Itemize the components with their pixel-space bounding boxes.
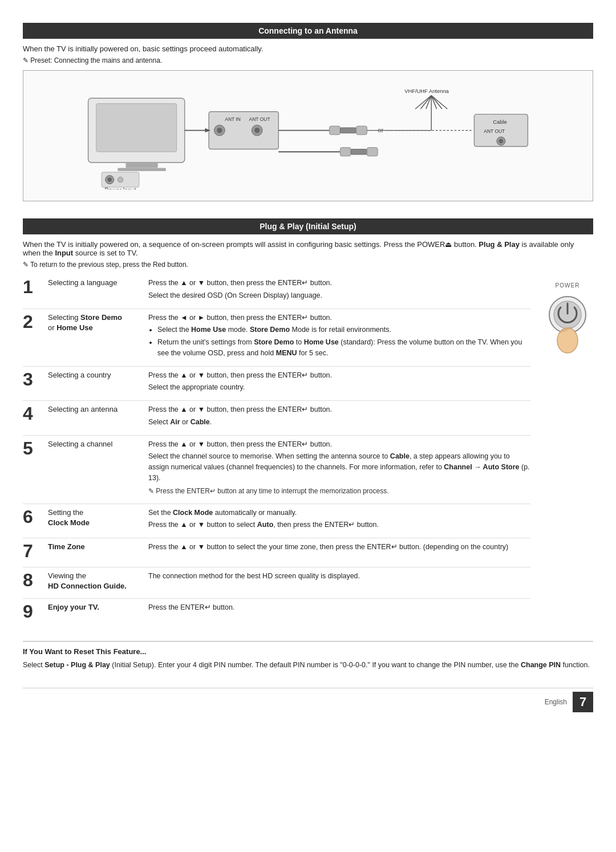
step-desc-8: The connection method for the best HD sc…: [148, 570, 530, 583]
step-name-6: Setting theClock Mode: [46, 506, 148, 529]
antenna-header: Connecting to an Antenna: [23, 23, 593, 39]
step-name-8: Viewing theHD Connection Guide.: [46, 570, 148, 593]
svg-text:Cable: Cable: [493, 119, 507, 125]
step-row-6: 6 Setting theClock Mode Set the Clock Mo…: [23, 506, 530, 533]
step-row-9: 9 Enjoy your TV. Press the ENTER↵ button…: [23, 601, 530, 622]
step-row-3: 3 Selecting a country Press the ▲ or ▼ b…: [23, 369, 530, 395]
step-name-4: Selecting an antenna: [46, 403, 148, 416]
svg-point-6: [107, 177, 112, 182]
svg-point-46: [557, 328, 578, 353]
svg-text:Power Input: Power Input: [104, 187, 136, 189]
svg-rect-19: [330, 126, 341, 135]
svg-rect-21: [356, 126, 367, 135]
step-num-5: 5: [23, 438, 46, 457]
page-container: 01 Getting Started Connecting to an Ante…: [23, 0, 593, 735]
step-desc-7: Press the ▲ or ▼ button to select the yo…: [148, 541, 530, 554]
antenna-intro: When the TV is initially powered on, bas…: [23, 44, 593, 53]
svg-text:ANT OUT: ANT OUT: [484, 128, 505, 134]
antenna-diagram: Power Input ANT IN ANT OUT: [23, 70, 593, 201]
step-row-7: 7 Time Zone Press the ▲ or ▼ button to s…: [23, 541, 530, 561]
steps-table: 1 Selecting a language Press the ▲ or ▼ …: [23, 277, 530, 627]
reset-section: If You Want to Reset This Feature... Sel…: [23, 641, 593, 671]
step-num-4: 4: [23, 403, 46, 423]
step-name-2: Selecting Store Demoor Home Use: [46, 311, 148, 334]
svg-rect-1: [96, 104, 177, 152]
step-desc-1: Press the ▲ or ▼ button, then press the …: [148, 277, 530, 303]
step-name-5: Selecting a channel: [46, 438, 148, 451]
power-label: POWER: [556, 282, 580, 289]
step-row-5: 5 Selecting a channel Press the ▲ or ▼ b…: [23, 438, 530, 498]
svg-text:ANT OUT: ANT OUT: [249, 116, 270, 122]
step-desc-5: Press the ▲ or ▼ button, then press the …: [148, 438, 530, 498]
antenna-diagram-svg: Power Input ANT IN ANT OUT: [35, 82, 581, 189]
svg-rect-25: [351, 149, 367, 155]
plug-note: ✎ To return to the previous step, press …: [23, 261, 593, 269]
power-button-svg: [545, 292, 590, 355]
step-num-7: 7: [23, 541, 46, 560]
svg-point-15: [254, 128, 260, 133]
step-name-7: Time Zone: [46, 541, 148, 553]
svg-text:ANT IN: ANT IN: [225, 116, 241, 122]
step-name-1: Selecting a language: [46, 277, 148, 289]
step-num-9: 9: [23, 601, 46, 620]
step-row-1: 1 Selecting a language Press the ▲ or ▼ …: [23, 277, 530, 303]
svg-point-42: [499, 139, 504, 144]
svg-line-33: [431, 96, 442, 109]
reset-title: If You Want to Reset This Feature...: [23, 647, 593, 656]
step-name-9: Enjoy your TV.: [46, 601, 148, 614]
footer-language: English: [545, 698, 567, 706]
step-desc-3: Press the ▲ or ▼ button, then press the …: [148, 369, 530, 395]
step-desc-9: Press the ENTER↵ button.: [148, 601, 530, 615]
steps-container: 1 Selecting a language Press the ▲ or ▼ …: [23, 277, 593, 627]
step-num-2: 2: [23, 311, 46, 331]
step-row-2: 2 Selecting Store Demoor Home Use Press …: [23, 311, 530, 360]
antenna-section: Connecting to an Antenna When the TV is …: [23, 23, 593, 201]
plug-header: Plug & Play (Initial Setup): [23, 218, 593, 234]
step-num-3: 3: [23, 369, 46, 388]
power-area: POWER: [542, 277, 593, 627]
svg-rect-2: [125, 163, 157, 168]
step-row-4: 4 Selecting an antenna Press the ▲ or ▼ …: [23, 403, 530, 429]
step-num-8: 8: [23, 570, 46, 589]
step-row-8: 8 Viewing theHD Connection Guide. The co…: [23, 570, 530, 593]
svg-point-13: [217, 128, 222, 133]
antenna-note: ✎ Preset: Connecting the mains and anten…: [23, 56, 593, 64]
footer-page-number: 7: [573, 692, 593, 712]
step-name-3: Selecting a country: [46, 369, 148, 382]
step-desc-2: Press the ◄ or ► button, then press the …: [148, 311, 530, 360]
page-footer: English 7: [23, 688, 593, 712]
plug-intro: When the TV is initially powered on, a s…: [23, 240, 593, 257]
svg-rect-3: [117, 168, 166, 171]
svg-rect-20: [340, 128, 356, 133]
step-num-6: 6: [23, 506, 46, 526]
svg-rect-26: [367, 148, 378, 156]
step-desc-6: Set the Clock Mode automatically or manu…: [148, 506, 530, 533]
svg-point-7: [117, 177, 123, 182]
step-desc-4: Press the ▲ or ▼ button, then press the …: [148, 403, 530, 429]
plug-section: Plug & Play (Initial Setup) When the TV …: [23, 218, 593, 627]
svg-line-29: [420, 96, 431, 109]
svg-text:VHF/UHF Antenna: VHF/UHF Antenna: [404, 88, 449, 94]
reset-text: Select Setup - Plug & Play (Initial Setu…: [23, 659, 593, 671]
svg-rect-24: [340, 148, 351, 156]
step-num-1: 1: [23, 277, 46, 296]
